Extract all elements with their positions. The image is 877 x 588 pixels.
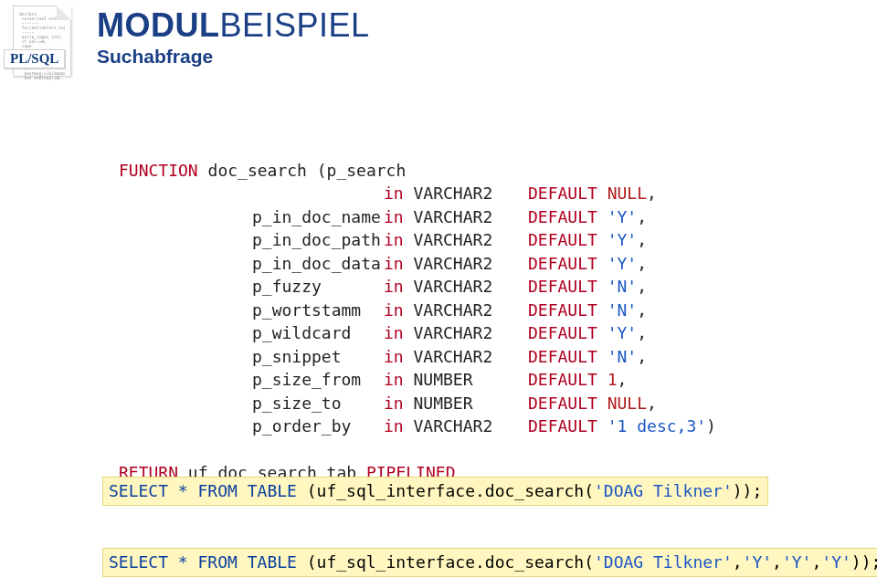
select2-y1: 'Y' <box>743 552 773 572</box>
select2-y2: 'Y' <box>782 552 812 572</box>
plsql-badge: PL/SQL <box>4 49 65 68</box>
param-name: p_size_from <box>119 368 384 392</box>
select2-kw: SELECT * FROM TABLE <box>109 552 297 572</box>
select2-post: )); <box>851 552 877 572</box>
select1-arg: 'DOAG Tilkner' <box>594 481 733 500</box>
plsql-doc-icon: declare cursor(sel ordinary) ------- for… <box>13 5 79 80</box>
param-name: p_snippet <box>119 345 384 369</box>
param-type: in NUMBER <box>384 368 528 392</box>
select2-c2: , <box>772 552 782 572</box>
kw-function: FUNCTION <box>119 161 198 180</box>
select2-arg: 'DOAG Tilkner' <box>594 552 733 572</box>
func-name: doc_search ( <box>198 161 327 180</box>
param-first-name: p_search <box>327 161 407 180</box>
param-name: p_in_doc_data <box>119 252 384 276</box>
param-name: p_order_by <box>119 415 384 438</box>
select-example-2: SELECT * FROM TABLE (uf_sql_interface.do… <box>102 548 877 577</box>
code-block: FUNCTION doc_search (p_search in VARCHAR… <box>119 135 716 508</box>
param-type: in VARCHAR2 <box>384 228 528 252</box>
param-type: in VARCHAR2 <box>384 345 528 369</box>
param-name: p_in_doc_path <box>119 228 384 252</box>
param-default: DEFAULT NULL, <box>528 182 716 205</box>
param-type: in NUMBER <box>384 392 528 415</box>
select2-mid: (uf_sql_interface.doc_search( <box>297 552 594 572</box>
param-name: p_in_doc_name <box>119 205 384 229</box>
title-light: BEISPIEL <box>219 6 369 44</box>
title-block: MODULBEISPIEL Suchabfrage <box>97 9 370 68</box>
param-type: in VARCHAR2 <box>384 415 528 438</box>
param-default: DEFAULT 'N', <box>528 275 716 299</box>
param-name: p_size_to <box>119 392 384 415</box>
page-subtitle: Suchabfrage <box>97 46 370 68</box>
select1-post: )); <box>733 481 763 500</box>
param-grid: in VARCHAR2DEFAULT NULL,p_in_doc_namein … <box>119 182 716 438</box>
param-default: DEFAULT 'Y', <box>528 228 716 252</box>
param-type: in VARCHAR2 <box>384 299 528 322</box>
param-name: p_wildcard <box>119 321 384 345</box>
param-type: in VARCHAR2 <box>384 182 528 205</box>
page-title: MODULBEISPIEL <box>97 9 370 42</box>
param-name: p_wortstamm <box>119 299 384 322</box>
param-type: in VARCHAR2 <box>384 275 528 299</box>
select1-kw: SELECT * FROM TABLE <box>109 481 297 500</box>
select-example-1: SELECT * FROM TABLE (uf_sql_interface.do… <box>102 477 768 506</box>
param-type: in VARCHAR2 <box>384 252 528 276</box>
param-default: DEFAULT 'Y', <box>528 205 716 229</box>
select2-c1: , <box>733 552 743 572</box>
param-default: DEFAULT 1, <box>528 368 716 392</box>
param-name: p_fuzzy <box>119 275 384 299</box>
select2-y3: 'Y' <box>821 552 851 572</box>
param-default: DEFAULT 'N', <box>528 345 716 369</box>
title-bold: MODUL <box>97 6 219 44</box>
param-default: DEFAULT 'Y', <box>528 321 716 345</box>
param-default: DEFAULT 'N', <box>528 299 716 322</box>
param-type: in VARCHAR2 <box>384 321 528 345</box>
param-type: in VARCHAR2 <box>384 205 528 229</box>
select2-c3: , <box>811 552 821 572</box>
param-default: DEFAULT '1 desc,3') <box>528 415 716 438</box>
param-default: DEFAULT 'Y', <box>528 252 716 276</box>
select1-mid: (uf_sql_interface.doc_search( <box>297 481 594 500</box>
param-default: DEFAULT NULL, <box>528 392 716 415</box>
